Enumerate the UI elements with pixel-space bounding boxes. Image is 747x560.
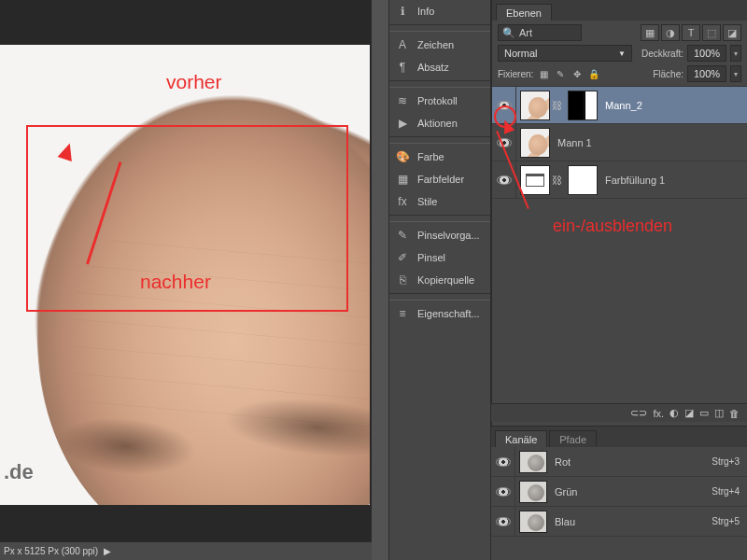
layer-name[interactable]: Mann_2: [605, 100, 642, 111]
lock-icon[interactable]: ✎: [554, 67, 567, 80]
layer-filter-icon[interactable]: ⬚: [702, 24, 721, 41]
protokoll-icon: ≋: [395, 93, 410, 108]
chevron-down-icon: ▼: [618, 49, 626, 58]
link-icon[interactable]: ⛓: [552, 100, 562, 111]
channel-row[interactable]: RotStrg+3: [491, 447, 747, 477]
layer-name[interactable]: Mann 1: [557, 137, 592, 148]
status-arrow-icon[interactable]: ▶: [104, 546, 111, 556]
canvas-area: vorher nachher .de Px x 5125 Px (300 ppi…: [0, 0, 372, 560]
lock-icon[interactable]: 🔒: [587, 67, 600, 80]
panel-label: Farbe: [417, 151, 444, 162]
layer-filter-icons: ▦◑T⬚◪: [641, 24, 741, 41]
opacity-dropdown-icon[interactable]: ▾: [730, 45, 741, 62]
panel-row-protokoll[interactable]: ≋Protokoll: [389, 90, 490, 112]
layer-mask-thumbnail[interactable]: [568, 165, 598, 195]
channel-thumbnail[interactable]: [519, 481, 547, 503]
panel-label: Pinsel: [417, 252, 445, 263]
lock-label: Fixieren:: [498, 69, 533, 79]
layer-filter-kind-label: Art: [519, 27, 532, 38]
blend-mode-select[interactable]: Normal ▼: [498, 45, 632, 62]
panel-row-stile[interactable]: fxStile: [389, 190, 490, 213]
layers-footer-icons: ⊂⊃fx.◐◪▭◫🗑: [491, 403, 747, 422]
layer-thumbnail[interactable]: [520, 128, 550, 158]
panel-label: Kopierquelle: [417, 274, 474, 286]
panel-row-info[interactable]: ℹInfo: [389, 0, 490, 22]
zeichen-icon: A: [395, 37, 410, 52]
layers-footer-icon[interactable]: ◪: [684, 407, 694, 419]
fill-value[interactable]: 100%: [687, 65, 726, 82]
lock-icons: ▦✎✥🔒: [537, 67, 600, 80]
panel-row-kopierquelle[interactable]: ⎘Kopierquelle: [389, 269, 490, 291]
layer-name[interactable]: Farbfüllung 1: [605, 175, 665, 186]
anno-vorher: vorher: [166, 71, 222, 93]
layer-thumbnail[interactable]: [520, 165, 550, 195]
kopierquelle-icon: ⎘: [395, 273, 410, 287]
panel-label: Stile: [417, 196, 437, 207]
link-icon[interactable]: ⛓: [552, 175, 562, 186]
channel-visibility-toggle[interactable]: [491, 507, 515, 536]
layers-footer-icon[interactable]: ◫: [714, 407, 724, 419]
panel-row-farbfelder[interactable]: ▦Farbfelder: [389, 168, 490, 190]
tab-channels[interactable]: Kanäle: [495, 430, 547, 447]
panel-label: Zeichen: [417, 39, 454, 50]
lock-icon[interactable]: ✥: [571, 67, 584, 80]
layers-footer-icon[interactable]: ⊂⊃: [630, 407, 647, 419]
layers-footer-icon[interactable]: fx.: [653, 408, 664, 419]
opacity-label: Deckkraft:: [641, 49, 684, 59]
channel-row[interactable]: GrünStrg+4: [491, 477, 747, 507]
anno-nachher: nachher: [140, 271, 211, 293]
channel-name: Grün: [555, 486, 577, 497]
status-bar: Px x 5125 Px (300 ppi) ▶: [0, 541, 372, 560]
layer-row[interactable]: Mann 1: [492, 124, 747, 161]
channel-thumbnail[interactable]: [519, 451, 547, 473]
watermark: .de: [4, 460, 34, 484]
pinsel-icon: ✐: [395, 250, 410, 265]
layers-footer-icon[interactable]: ▭: [699, 407, 709, 419]
tab-paths[interactable]: Pfade: [549, 430, 597, 447]
layers-tab-bar: Ebenen: [492, 0, 747, 21]
layer-row[interactable]: ⛓Farbfüllung 1: [492, 161, 747, 199]
layer-filter-icon[interactable]: ◪: [723, 24, 741, 41]
channel-shortcut: Strg+4: [712, 486, 740, 497]
farbfelder-icon: ▦: [395, 172, 410, 187]
document-canvas[interactable]: vorher nachher .de: [0, 45, 370, 505]
panel-label: Eigenschaft...: [417, 308, 480, 319]
tab-layers[interactable]: Ebenen: [496, 4, 552, 21]
channel-shortcut: Strg+5: [712, 516, 740, 526]
channel-thumbnail[interactable]: [519, 511, 547, 533]
collapsed-panels-strip: ℹInfoAZeichen¶Absatz≋Protokoll▶Aktionen🎨…: [388, 0, 491, 560]
channel-shortcut: Strg+3: [712, 456, 740, 467]
eye-icon: [496, 457, 511, 467]
panel-row-zeichen[interactable]: AZeichen: [389, 34, 490, 56]
fill-dropdown-icon[interactable]: ▾: [730, 65, 741, 82]
eigenschaft--icon: ≡: [395, 306, 410, 321]
layer-thumbnail[interactable]: [520, 91, 550, 120]
panel-row-farbe[interactable]: 🎨Farbe: [389, 146, 490, 168]
layer-filter-kind[interactable]: 🔍 Art: [498, 24, 582, 41]
search-icon: 🔍: [502, 27, 515, 39]
channel-visibility-toggle[interactable]: [491, 447, 515, 476]
layer-filter-icon[interactable]: T: [682, 24, 700, 41]
layer-mask-thumbnail[interactable]: [568, 91, 598, 120]
layers-footer-icon[interactable]: ◐: [669, 407, 679, 419]
panel-row-aktionen[interactable]: ▶Aktionen: [389, 112, 490, 134]
opacity-value[interactable]: 100%: [687, 45, 726, 62]
panel-label: Farbfelder: [417, 174, 464, 185]
channel-visibility-toggle[interactable]: [491, 477, 515, 506]
panel-row-eigenschaft-[interactable]: ≡Eigenschaft...: [389, 302, 490, 325]
lock-icon[interactable]: ▦: [537, 67, 550, 80]
layers-footer-icon[interactable]: 🗑: [729, 408, 740, 419]
panel-row-pinsel[interactable]: ✐Pinsel: [389, 246, 490, 269]
layer-row[interactable]: ⛓Mann_2: [492, 87, 747, 124]
blend-mode-value: Normal: [504, 48, 537, 59]
channel-name: Blau: [555, 516, 575, 527]
anno-ein-ausblenden: ein-/ausblenden: [553, 217, 672, 236]
layers-controls: 🔍 Art ▦◑T⬚◪ Normal ▼ Deckkraft: 100% ▾ F…: [492, 21, 747, 87]
layer-filter-icon[interactable]: ◑: [661, 24, 680, 41]
panel-row-absatz[interactable]: ¶Absatz: [389, 56, 490, 78]
panel-row-pinselvorga-[interactable]: ✎Pinselvorga...: [389, 224, 490, 246]
status-dimensions: Px x 5125 Px (300 ppi): [4, 546, 98, 556]
channel-row[interactable]: BlauStrg+5: [491, 507, 747, 537]
pinselvorga--icon: ✎: [395, 228, 410, 243]
layer-filter-icon[interactable]: ▦: [641, 24, 659, 41]
